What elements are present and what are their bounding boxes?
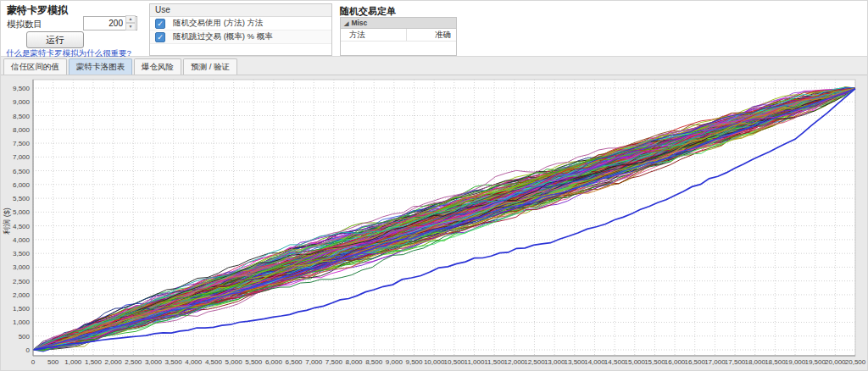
x-tick-label: 20,500 [845, 358, 866, 366]
y-tick-label: 9,000 [13, 98, 31, 106]
top-control-bar: 蒙特卡罗模拟 模拟数目 ▲ ▼ 运行 什么是蒙特卡罗模拟为什么很重要? Use … [1, 1, 868, 57]
spinner-up-icon[interactable]: ▲ [125, 15, 136, 23]
x-tick-label: 11,000 [465, 358, 485, 366]
y-tick-label: 6,500 [13, 168, 31, 175]
use-option-row-skip-probability[interactable]: ✓ 随机跳过交易 (概率) % 概率 [150, 30, 331, 44]
y-tick-label: 3,000 [13, 263, 31, 271]
x-tick-label: 11,500 [484, 358, 504, 366]
x-tick-label: 7,500 [326, 358, 343, 366]
x-tick-label: 17,500 [725, 358, 746, 366]
x-tick-label: 18,500 [765, 358, 786, 366]
property-key: 方法 [341, 29, 407, 41]
y-tick-label: 1,000 [13, 318, 31, 326]
x-tick-label: 14,000 [584, 358, 605, 366]
y-tick-label: 3,500 [13, 250, 31, 257]
y-tick-label: 7,500 [13, 140, 31, 147]
x-tick-label: 16,500 [684, 358, 705, 366]
x-tick-label: 20,000 [825, 358, 846, 366]
x-tick-label: 19,000 [785, 358, 806, 366]
misc-group-label: Misc [351, 19, 367, 27]
x-tick-label: 3,000 [145, 358, 163, 366]
x-tick-label: 5,500 [245, 358, 263, 366]
x-tick-label: 13,500 [565, 358, 586, 366]
monte-carlo-chart: 05001,0001,5002,0002,5003,0003,5004,0004… [1, 75, 868, 371]
orders-property-grid: ◢Misc 方法 准确 [340, 17, 457, 56]
x-tick-label: 12,000 [504, 358, 526, 366]
x-tick-label: 8,000 [346, 358, 364, 366]
use-option-row-random-method[interactable]: ✓ 随机交易使用 (方法) 方法 [150, 17, 331, 30]
tab-forecast-validation[interactable]: 预测 / 验证 [183, 58, 237, 75]
y-tick-label: 8,500 [13, 113, 31, 120]
spinner-buttons: ▲ ▼ [125, 15, 136, 28]
misc-group-header[interactable]: ◢Misc [341, 18, 456, 29]
x-tick-label: 500 [47, 358, 59, 366]
y-tick-label: 500 [19, 333, 31, 341]
x-tick-label: 3,500 [165, 358, 183, 366]
tab-strip: 信任区间的值 蒙特卡洛图表 爆仓风险 预测 / 验证 [1, 57, 868, 75]
y-tick-label: 9,500 [13, 85, 31, 92]
x-tick-label: 2,500 [125, 358, 142, 366]
x-tick-label: 12,500 [524, 358, 545, 366]
x-tick-label: 4,000 [185, 358, 203, 366]
property-value: 准确 [407, 29, 456, 41]
y-tick-label: 4,500 [13, 223, 31, 230]
spinner-down-icon[interactable]: ▼ [125, 23, 136, 30]
x-tick-label: 19,500 [804, 358, 826, 366]
use-panel-header: Use [150, 4, 331, 17]
x-tick-label: 16,000 [665, 358, 686, 366]
x-tick-label: 4,500 [205, 358, 223, 366]
collapse-triangle-icon: ◢ [344, 20, 348, 27]
x-tick-label: 17,000 [704, 358, 726, 366]
x-tick-label: 2,000 [105, 358, 123, 366]
x-tick-label: 18,000 [744, 358, 765, 366]
x-tick-label: 9,500 [405, 358, 423, 366]
x-tick-label: 13,000 [544, 358, 565, 366]
use-options-panel: Use ✓ 随机交易使用 (方法) 方法 ✓ 随机跳过交易 (概率) % 概率 [149, 3, 332, 56]
y-tick-label: 2,000 [13, 291, 31, 299]
x-tick-label: 8,500 [365, 358, 383, 366]
use-option-label: 随机交易使用 (方法) 方法 [173, 18, 264, 29]
simulation-count-label: 模拟数目 [7, 19, 42, 30]
y-tick-label: 8,000 [13, 126, 31, 134]
checkbox-checked-icon[interactable]: ✓ [155, 19, 165, 29]
property-row-method[interactable]: 方法 准确 [341, 29, 456, 42]
x-tick-label: 7,000 [305, 358, 323, 366]
x-tick-label: 15,500 [644, 358, 665, 366]
tab-ruin-risk[interactable]: 爆仓风险 [134, 58, 181, 75]
x-tick-label: 6,000 [265, 358, 283, 366]
chart-section: 05001,0001,5002,0002,5003,0003,5004,0004… [1, 75, 868, 371]
x-tick-label: 1,500 [85, 358, 103, 366]
y-axis-title: 利润 ($) [3, 208, 11, 235]
orders-panel-title: 随机交易定单 [340, 5, 396, 18]
x-tick-label: 15,000 [625, 358, 646, 366]
x-tick-label: 10,500 [444, 358, 465, 366]
y-tick-label: 5,000 [13, 208, 31, 216]
y-tick-label: 2,500 [13, 278, 31, 285]
x-tick-label: 14,500 [604, 358, 626, 366]
x-tick-label: 5,000 [225, 358, 243, 366]
x-tick-label: 10,000 [424, 358, 445, 366]
x-tick-label: 0 [31, 358, 36, 366]
simulation-count-stepper: ▲ ▼ [83, 14, 137, 29]
y-tick-label: 1,500 [13, 305, 31, 313]
x-tick-label: 6,500 [286, 358, 303, 366]
tab-confidence-intervals[interactable]: 信任区间的值 [3, 58, 67, 75]
x-tick-label: 9,000 [386, 358, 403, 366]
y-tick-label: 0 [26, 346, 31, 354]
y-tick-label: 5,500 [13, 195, 31, 202]
monte-carlo-window: 蒙特卡罗模拟 模拟数目 ▲ ▼ 运行 什么是蒙特卡罗模拟为什么很重要? Use … [0, 0, 868, 371]
x-tick-label: 1,000 [64, 358, 82, 366]
y-tick-label: 6,000 [13, 181, 31, 189]
use-option-label: 随机跳过交易 (概率) % 概率 [173, 31, 273, 42]
tab-monte-carlo-chart[interactable]: 蒙特卡洛图表 [69, 58, 132, 75]
page-title: 蒙特卡罗模拟 [7, 3, 68, 18]
y-tick-label: 7,000 [13, 153, 31, 161]
run-button[interactable]: 运行 [26, 31, 84, 48]
y-tick-label: 4,000 [13, 236, 31, 244]
checkbox-checked-icon[interactable]: ✓ [155, 32, 165, 42]
